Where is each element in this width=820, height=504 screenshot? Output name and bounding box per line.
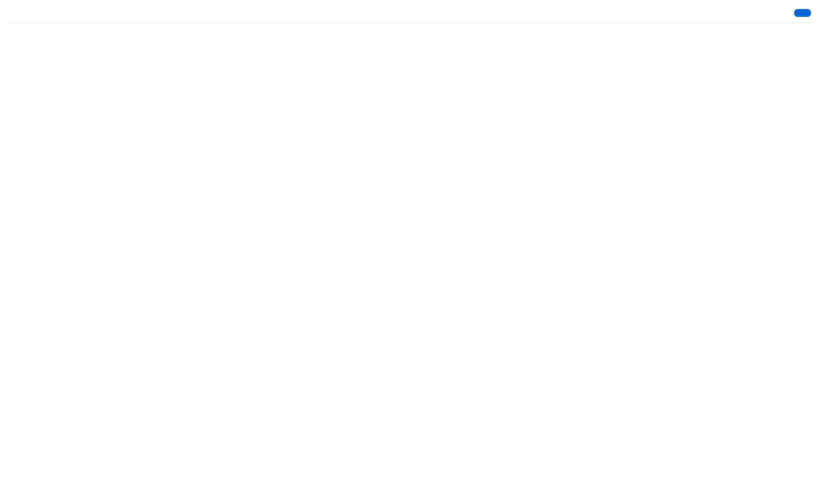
page-header [9,9,811,23]
send-pull-request-button[interactable] [794,9,811,17]
